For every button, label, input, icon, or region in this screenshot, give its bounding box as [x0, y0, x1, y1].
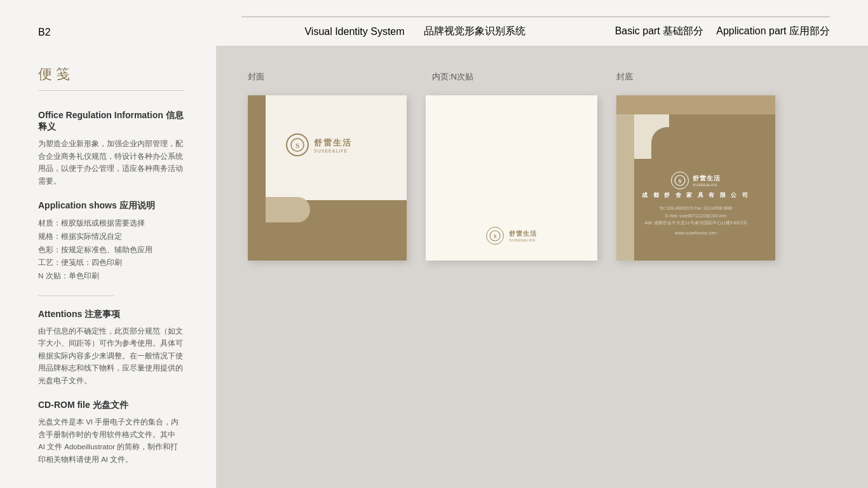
section4-text: 光盘文件是本 VI 手册电子文件的集合，内含手册制作时的专用软件格式文件。其中 …: [38, 416, 184, 466]
spec-item: 工艺：便笺纸：四色印刷: [38, 256, 184, 269]
front-left-strip: [248, 95, 266, 261]
booklet-inner-wrapper: S 舒雷生活 SUSEE&LIFE: [426, 95, 597, 261]
back-logo-cn: 舒雷生活: [693, 174, 721, 183]
sidebar-title: 便 笺: [38, 65, 184, 91]
section1-title: Office Regulation Information 信息释义: [38, 110, 184, 133]
section2-title: Application shows 应用说明: [38, 200, 184, 212]
front-tab: [266, 197, 310, 222]
booklet-back-wrapper: S 舒雷生活 SUSEE&LIFE 成 都 舒 舍 家 具 有 限 公 司 Te…: [616, 95, 775, 261]
front-logo-en: SUSEE&LIFE: [314, 149, 352, 153]
back-email: E-mail: suse86711123@163.com: [642, 212, 750, 220]
back-tel: Tel: 028-38862378 Fax: 02134568 8888: [642, 205, 750, 212]
inner-logo-icon: S: [489, 230, 501, 241]
svg-text:S: S: [493, 233, 496, 240]
back-tab-shape: [651, 127, 683, 159]
label-front: 封面: [248, 71, 432, 83]
svg-text:S: S: [678, 178, 681, 184]
spec-item: 规格：根据实际情况自定: [38, 230, 184, 243]
inner-logo-en: SUSEE&LIFE: [509, 238, 537, 242]
booklet-front: S 舒雷生活 SUSEE&LIFE: [248, 95, 407, 261]
spec-item: 色彩：按规定标准色、辅助色应用: [38, 243, 184, 257]
back-company-cn: 成 都 舒 舍 家 具 有 限 公 司: [642, 191, 750, 200]
inner-logo-cn: 舒雷生活: [509, 229, 537, 238]
page-code: B2: [38, 27, 51, 37]
front-logo-circle: S: [286, 133, 309, 156]
back-left-strip: [616, 114, 634, 261]
back-logo-icon: S: [674, 175, 686, 186]
booklet-front-wrapper: S 舒雷生活 SUSEE&LIFE: [248, 95, 407, 261]
main-content: 便 笺 Office Regulation Information 信息释义 为…: [0, 46, 868, 488]
back-add: Add: 成都市金牛大道11号泰兴国际中心11楼5-6间2号: [642, 219, 750, 227]
back-logo-text: 舒雷生活 SUSEE&LIFE: [693, 174, 721, 187]
inner-logo-bottom: S 舒雷生活 SUSEE&LIFE: [486, 227, 537, 245]
app-part-label: Application part 应用部分: [716, 25, 830, 38]
inner-logo-text: 舒雷生活 SUSEE&LIFE: [509, 229, 537, 242]
spec-item: N 次贴：单色印刷: [38, 269, 184, 283]
back-company-info: 成 都 舒 舍 家 具 有 限 公 司 Tel: 028-38862378 Fa…: [642, 191, 750, 235]
specs-list: 材质：根胶版纸或根据需要选择规格：根据实际情况自定色彩：按规定标准色、辅助色应用…: [38, 217, 184, 282]
header: B2 Visual Identity System 品牌视觉形象识别系统 Bas…: [0, 0, 868, 46]
section3-title: Attentions 注意事项: [38, 309, 184, 320]
front-logo-cn: 舒雷生活: [314, 137, 352, 149]
front-logo-icon: S: [290, 138, 304, 152]
back-logo-en: SUSEE&LIFE: [693, 183, 721, 187]
back-cover: S 舒雷生活 SUSEE&LIFE 成 都 舒 舍 家 具 有 限 公 司 Te…: [616, 95, 775, 261]
booklet-labels: 封面 内页:N次贴 封底: [248, 71, 836, 83]
section4-title: CD-ROM file 光盘文件: [38, 400, 184, 411]
header-center: Visual Identity System 品牌视觉形象识别系统: [241, 17, 588, 46]
booklet-inner: S 舒雷生活 SUSEE&LIFE: [426, 95, 597, 261]
back-logo-area: S 舒雷生活 SUSEE&LIFE: [671, 172, 721, 189]
section1-text: 为塑造企业新形象，加强企业内部管理，配合企业商务礼仪规范，特设计各种办公系统用品…: [38, 138, 184, 187]
front-cover: S 舒雷生活 SUSEE&LIFE: [248, 95, 407, 261]
section3-text: 由于信息的不确定性，此页部分规范（如文字大小、间距等）可作为参考使用。具体可根据…: [38, 325, 184, 388]
booklets-row: S 舒雷生活 SUSEE&LIFE: [248, 95, 836, 463]
booklet-back: S 舒雷生活 SUSEE&LIFE 成 都 舒 舍 家 具 有 限 公 司 Te…: [616, 95, 775, 261]
back-top-strip: [616, 95, 775, 114]
inner-logo-circle: S: [486, 227, 504, 245]
divider: [38, 295, 114, 296]
header-right: Basic part 基础部分 Application part 应用部分: [588, 17, 830, 46]
back-logo-circle: S: [671, 172, 689, 189]
vi-label: Visual Identity System: [304, 26, 404, 37]
content-area: 封面 内页:N次贴 封底 S: [216, 46, 868, 488]
spec-item: 材质：根胶版纸或根据需要选择: [38, 217, 184, 230]
sidebar: 便 笺 Office Regulation Information 信息释义 为…: [0, 46, 216, 488]
header-left: B2: [38, 27, 241, 46]
label-back: 封底: [616, 71, 801, 83]
label-inner: 内页:N次贴: [432, 71, 616, 83]
svg-text:S: S: [295, 142, 299, 149]
vi-cn: 品牌视觉形象识别系统: [424, 25, 526, 38]
inner-cover: S 舒雷生活 SUSEE&LIFE: [426, 95, 597, 261]
front-logo-text: 舒雷生活 SUSEE&LIFE: [314, 137, 352, 153]
front-logo-area: S 舒雷生活 SUSEE&LIFE: [286, 133, 352, 156]
back-website: www.susehouse.com: [642, 231, 750, 235]
basic-part-label: Basic part 基础部分: [615, 25, 704, 38]
